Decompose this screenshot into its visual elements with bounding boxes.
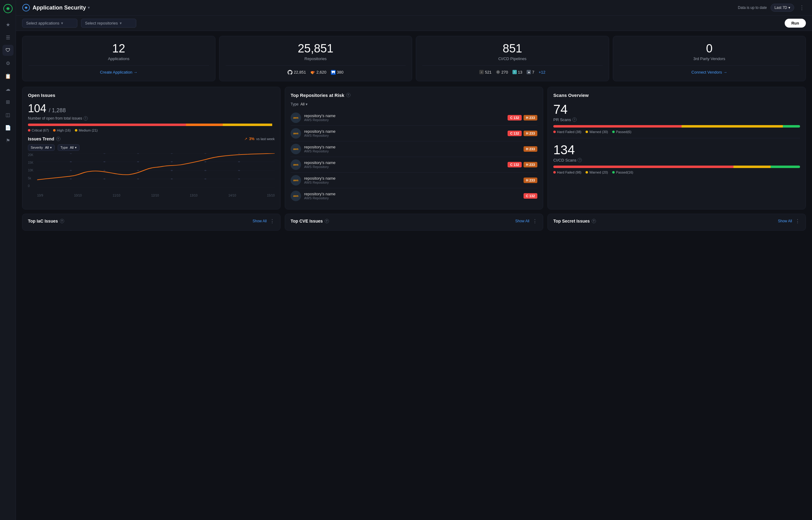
critical-badge: C 132 (508, 162, 521, 167)
svg-point-31 (171, 161, 172, 162)
applications-card: 12 Applications Create Application → (22, 36, 216, 81)
top-repos-info-icon[interactable]: ? (346, 93, 350, 97)
pr-passed-segment (783, 125, 800, 128)
aws-logo: aws (291, 159, 301, 170)
type-select[interactable]: Type All ▾ (58, 145, 79, 151)
svg-point-33 (171, 178, 172, 179)
run-button[interactable]: Run (785, 19, 806, 28)
sidebar-icon-shield[interactable]: 🛡 (2, 45, 14, 56)
repositories-filter-label: Select repositories (85, 21, 118, 25)
c-icon: C (510, 116, 513, 120)
aws-logo: aws (291, 128, 301, 138)
open-issues-info-icon[interactable]: ? (83, 116, 88, 121)
top-cve-panel: Top CVE Issues ? Show All ⋮ (285, 214, 543, 231)
more-options-button[interactable]: ⋮ (798, 3, 806, 12)
cve-show-all-link[interactable]: Show All (515, 219, 530, 223)
secret-more-button[interactable]: ⋮ (795, 218, 800, 224)
legend-medium: Medium (21) (75, 128, 98, 132)
travis-icon: T (513, 70, 517, 74)
cicd-scans-section: 134 CI/CD Scans ? Hard Failed (98) (553, 142, 800, 174)
open-issues-title: Open Issues (28, 93, 275, 98)
repo-info: repository's name AWS Repository (304, 129, 505, 137)
sidebar-icon-star[interactable]: ★ (2, 19, 14, 30)
legend-hard-failed: Hard Failed (38) (553, 130, 581, 134)
total-count: / 1,288 (49, 107, 66, 114)
high-badge: H 233 (523, 131, 537, 136)
legend-cicd-warned: Warned (20) (586, 171, 608, 174)
cicd-scans-progress (553, 165, 800, 168)
severity-select[interactable]: Severity All ▾ (28, 145, 55, 151)
svg-point-35 (204, 161, 206, 162)
svg-point-1 (7, 8, 9, 9)
data-status-text: Data is up to date (738, 5, 767, 10)
sidebar-icon-layers[interactable]: ◫ (2, 109, 14, 120)
trend-info-icon[interactable]: ? (56, 137, 60, 141)
repo-type-filter[interactable]: Type All ▾ (291, 102, 537, 106)
type-chevron-icon: ▾ (75, 146, 77, 150)
repositories-card: 25,851 Repositories 22,851 (219, 36, 413, 81)
circleci-icon (496, 70, 500, 74)
svg-point-39 (238, 161, 240, 162)
vendors-label: 3rd Party Vendors (693, 56, 725, 61)
bottom-grid: Open Issues 104 / 1,288 Number of open f… (22, 87, 806, 209)
title-chevron-icon[interactable]: ▾ (88, 5, 90, 10)
app-logo[interactable] (3, 4, 13, 14)
sidebar-icon-grid[interactable]: ⊞ (2, 96, 14, 107)
top-iac-panel: Top IaC Issues ? Show All ⋮ (22, 214, 280, 231)
sidebar-icon-cloud[interactable]: ☁ (2, 83, 14, 95)
svg-point-28 (137, 170, 139, 171)
sidebar-icon-clipboard[interactable]: 📋 (2, 71, 14, 82)
medium-dot (75, 129, 77, 132)
applications-filter[interactable]: Select applications ▾ (22, 19, 77, 28)
repo-info: repository's name AWS Repository (304, 192, 520, 200)
topbar: Application Security ▾ Data is up to dat… (16, 0, 812, 16)
sidebar-icon-flag[interactable]: ⚑ (2, 135, 14, 146)
legend-cicd-passed: Passed(16) (612, 171, 633, 174)
cicd-scans-info-icon[interactable]: ? (577, 158, 582, 162)
pr-scans-label: PR Scans ? (553, 118, 800, 122)
cve-more-button[interactable]: ⋮ (533, 218, 537, 224)
repositories-filter[interactable]: Select repositories ▾ (81, 19, 136, 28)
cicd-scans-legend: Hard Failed (98) Warned (20) Passed(16) (553, 171, 800, 174)
chart-y-labels: 20K 15K 10K 5k 0 (28, 153, 36, 188)
secret-show-all-link[interactable]: Show All (778, 219, 792, 223)
create-application-link[interactable]: Create Application → (100, 70, 138, 75)
secret-info-icon[interactable]: ? (592, 219, 596, 223)
sidebar-icon-list[interactable]: ☰ (2, 32, 14, 43)
failed-dot (553, 131, 556, 133)
repositories-filter-arrow-icon: ▾ (120, 21, 122, 25)
pr-failed-segment (553, 125, 682, 128)
cve-title: Top CVE Issues ? (291, 218, 329, 224)
aws-logo: aws (291, 144, 301, 154)
svg-point-19 (70, 161, 72, 162)
repo-list: aws repository's name AWS Repository C 1… (291, 110, 537, 204)
open-issues-panel: Open Issues 104 / 1,288 Number of open f… (22, 87, 280, 209)
period-selector-button[interactable]: Last 7D ▾ (770, 4, 794, 12)
github-count: 22,851 (288, 70, 306, 75)
cicd-label: CI/CD Pipelines (498, 56, 526, 61)
pipeline-icons: J 521 270 T (479, 70, 545, 75)
sidebar-icon-gear[interactable]: ⚙ (2, 58, 14, 69)
secret-title: Top Secret Issues ? (553, 218, 596, 224)
iac-show-all-link[interactable]: Show All (252, 219, 267, 223)
cicd-scans-label: CI/CD Scans ? (553, 158, 800, 162)
applications-label: Applications (108, 56, 129, 61)
iac-info-icon[interactable]: ? (60, 219, 64, 223)
cve-info-icon[interactable]: ? (325, 219, 329, 223)
card-divider (28, 65, 209, 66)
svg-point-37 (204, 178, 206, 179)
connect-vendors-link[interactable]: Connect Vendors → (691, 70, 727, 75)
svg-point-7 (496, 70, 500, 74)
vendors-count: 0 (706, 42, 713, 55)
high-badge: H 233 (523, 178, 537, 183)
svg-point-25 (103, 178, 105, 179)
cve-actions: Show All ⋮ (515, 218, 537, 224)
pr-scans-info-icon[interactable]: ? (572, 118, 576, 122)
critical-badge: C 132 (508, 115, 521, 121)
cicd-warned-dot (586, 171, 588, 174)
iac-more-button[interactable]: ⋮ (270, 218, 275, 224)
repo-row: aws repository's name AWS Repository C 1… (291, 110, 537, 126)
topbar-logo (22, 4, 30, 12)
trend-header: Issues Trend ? ↗ 3% vs last week (28, 136, 275, 141)
sidebar-icon-file[interactable]: 📄 (2, 122, 14, 133)
